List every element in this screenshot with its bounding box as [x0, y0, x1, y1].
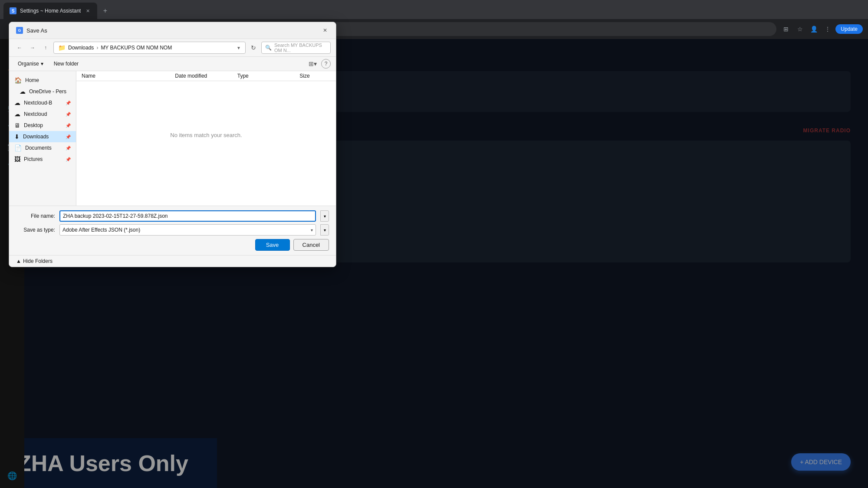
nextcloud-pin: 📌 [66, 112, 71, 117]
col-type[interactable]: Type [237, 73, 300, 79]
downloads-nav-label: Downloads [23, 134, 62, 140]
new-folder-btn[interactable]: New folder [50, 59, 82, 69]
tab-close-btn[interactable]: ✕ [84, 7, 91, 14]
savetype-label: Save as type: [16, 227, 55, 233]
dialog-titlebar: G Save As ✕ [9, 22, 336, 39]
filelist-header: Name Date modified Type Size [76, 71, 336, 81]
view-toggle-btn[interactable]: ⊞▾ [307, 59, 318, 69]
breadcrumb-bar[interactable]: 📁 Downloads › MY BACKUPS OM NOM NOM ▼ [53, 42, 246, 54]
sidebar-item-downloads[interactable]: ⬇ Downloads 📌 [9, 131, 76, 142]
search-icon: 🔍 [265, 45, 272, 51]
footer-buttons: Save Cancel [16, 239, 329, 251]
tab-favicon: S [10, 7, 16, 14]
filename-row: File name: ▾ [16, 210, 329, 222]
sidebar-item-documents[interactable]: 📄 Documents 📌 [9, 142, 76, 154]
savetype-dropdown[interactable]: ▾ [320, 224, 329, 236]
hide-folders-label: Hide Folders [23, 258, 53, 264]
sidebar-item-desktop[interactable]: 🖥 Desktop 📌 [9, 120, 76, 131]
documents-nav-label: Documents [25, 145, 62, 151]
sidebar-item-onedrive[interactable]: ☁ OneDrive - Pers [9, 86, 76, 97]
dialog-body: 🏠 Home ☁ OneDrive - Pers ☁ Nextcloud-B 📌… [9, 71, 336, 206]
pictures-nav-label: Pictures [24, 156, 62, 162]
dialog-close-btn[interactable]: ✕ [321, 26, 329, 34]
onedrive-nav-label: OneDrive - Pers [29, 88, 71, 95]
onedrive-nav-icon: ☁ [20, 88, 26, 95]
dialog-up-btn[interactable]: ↑ [40, 43, 51, 53]
nextcloud-icon: ☁ [14, 111, 20, 118]
dialog-favicon: G [16, 27, 23, 34]
col-name[interactable]: Name [82, 73, 175, 79]
nextcloud-b-label: Nextcloud-B [24, 100, 62, 106]
col-date[interactable]: Date modified [175, 73, 237, 79]
dialog-search[interactable]: 🔍 Search MY BACKUPS OM N... [261, 42, 331, 54]
downloads-nav-icon: ⬇ [14, 133, 20, 140]
hide-folders-row: ▲ Hide Folders [9, 255, 336, 267]
dialog-back-btn[interactable]: ← [14, 43, 25, 53]
dialog-forward-btn[interactable]: → [27, 43, 38, 53]
browser-actions: ⊞ ☆ 👤 ⋮ Update [780, 23, 863, 35]
hide-folders-btn[interactable]: ▲ Hide Folders [16, 258, 53, 264]
filename-dropdown[interactable]: ▾ [320, 210, 329, 222]
organise-btn[interactable]: Organise ▾ [14, 59, 47, 69]
save-button[interactable]: Save [255, 239, 290, 251]
extensions-icon[interactable]: ⊞ [780, 23, 792, 35]
dialog-toolbar: Organise ▾ New folder ⊞▾ ? [9, 57, 336, 71]
save-as-dialog: G Save As ✕ ← → ↑ 📁 Downloads › MY BACKU… [9, 22, 336, 267]
documents-nav-icon: 📄 [14, 144, 22, 151]
pictures-nav-icon: 🖼 [14, 156, 20, 163]
savetype-arrow: ▾ [311, 228, 313, 233]
pictures-pin: 📌 [66, 157, 71, 162]
filename-input[interactable] [59, 210, 316, 222]
savetype-select[interactable]: Adobe After Effects JSON (*.json) ▾ [59, 224, 316, 236]
sidebar-item-home[interactable]: 🏠 Home [9, 75, 76, 86]
sidebar-item-nextcloud[interactable]: ☁ Nextcloud 📌 [9, 108, 76, 120]
dialog-footer: File name: ▾ Save as type: Adobe After E… [9, 206, 336, 255]
savetype-value: Adobe After Effects JSON (*.json) [62, 227, 140, 233]
breadcrumb-folder-icon: 📁 [58, 44, 66, 51]
breadcrumb-dropdown[interactable]: ▼ [237, 46, 241, 50]
hide-folders-arrow: ▲ [16, 258, 21, 264]
nextcloud-b-icon: ☁ [14, 99, 20, 106]
tab-bar: S Settings ~ Home Assistant ✕ + [0, 0, 868, 19]
search-placeholder-text: Search MY BACKUPS OM N... [274, 43, 327, 53]
new-tab-btn[interactable]: + [99, 5, 111, 17]
home-nav-icon: 🏠 [14, 77, 22, 84]
col-size[interactable]: Size [299, 73, 331, 79]
desktop-nav-icon: 🖥 [14, 122, 20, 129]
dialog-filelist: Name Date modified Type Size No items ma… [76, 71, 336, 206]
breadcrumb-root: Downloads [68, 45, 94, 51]
dialog-sidebar: 🏠 Home ☁ OneDrive - Pers ☁ Nextcloud-B 📌… [9, 71, 76, 206]
sidebar-item-pictures[interactable]: 🖼 Pictures 📌 [9, 154, 76, 165]
dialog-refresh-btn[interactable]: ↻ [248, 43, 259, 53]
filelist-empty-message: No items match your search. [76, 81, 336, 189]
profile-icon[interactable]: 👤 [808, 23, 820, 35]
active-tab[interactable]: S Settings ~ Home Assistant ✕ [3, 3, 97, 19]
tab-title: Settings ~ Home Assistant [20, 8, 81, 14]
update-button[interactable]: Update [835, 24, 863, 34]
settings-icon[interactable]: ⋮ [822, 23, 834, 35]
desktop-nav-label: Desktop [24, 122, 62, 128]
dialog-navbar: ← → ↑ 📁 Downloads › MY BACKUPS OM NOM NO… [9, 39, 336, 57]
sidebar-item-nextcloud-b[interactable]: ☁ Nextcloud-B 📌 [9, 97, 76, 108]
savetype-row: Save as type: Adobe After Effects JSON (… [16, 224, 329, 236]
breadcrumb-subfolder: MY BACKUPS OM NOM NOM [101, 45, 172, 51]
help-btn[interactable]: ? [321, 59, 331, 69]
downloads-pin: 📌 [66, 134, 71, 139]
nextcloud-label: Nextcloud [24, 111, 62, 117]
documents-pin: 📌 [66, 146, 71, 151]
bookmark-icon[interactable]: ☆ [794, 23, 806, 35]
nextcloud-b-pin: 📌 [66, 101, 71, 105]
breadcrumb-sep: › [96, 45, 98, 51]
cancel-button[interactable]: Cancel [293, 239, 329, 251]
dialog-title-left: G Save As [16, 27, 47, 34]
dialog-title-text: Save As [26, 27, 47, 34]
desktop-pin: 📌 [66, 123, 71, 128]
filename-label: File name: [16, 213, 55, 219]
home-nav-label: Home [25, 77, 71, 83]
